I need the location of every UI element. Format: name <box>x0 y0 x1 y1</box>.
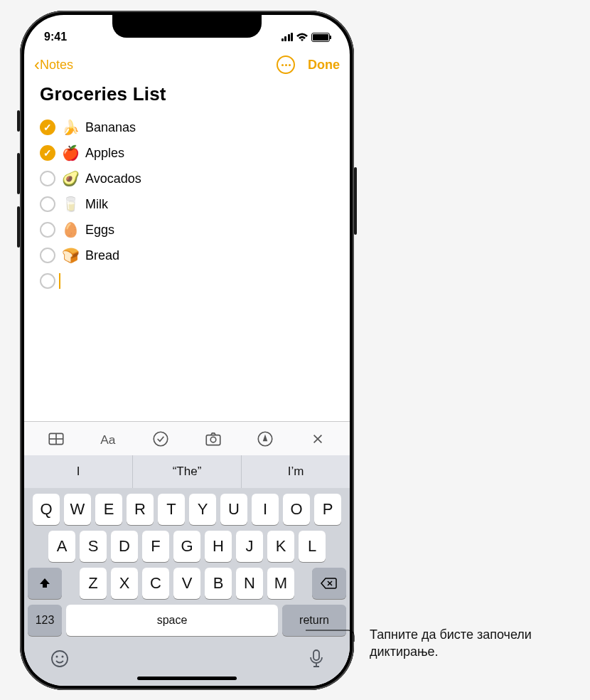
svg-text:Aa: Aa <box>101 432 117 446</box>
keyboard: I “The” I’m QWERTYUIOP ASDFGHJKL ZXCVBNM… <box>24 455 350 686</box>
list-item[interactable]: 🍎Apples <box>40 144 334 162</box>
key-s[interactable]: S <box>80 531 107 562</box>
suggestion-3[interactable]: I’m <box>242 455 350 488</box>
screen: 9:41 ‹ Notes Done Groceries List 🍌Banana… <box>24 15 350 686</box>
format-toolbar: Aa <box>24 421 350 455</box>
key-u[interactable]: U <box>220 494 247 525</box>
list-item[interactable]: 🥛Milk <box>40 195 334 213</box>
key-c[interactable]: C <box>142 568 169 599</box>
done-button[interactable]: Done <box>308 58 340 73</box>
volume-down-button <box>17 206 20 248</box>
table-tool[interactable] <box>45 428 67 450</box>
callout-text: Тапните да бисте започели диктирање. <box>370 626 569 661</box>
item-emoji: 🥛 <box>62 196 79 213</box>
checklist-circle[interactable] <box>40 248 55 263</box>
silence-switch <box>17 110 20 132</box>
back-label: Notes <box>40 58 73 73</box>
markup-tool[interactable] <box>254 428 276 450</box>
more-button[interactable] <box>277 55 295 74</box>
item-emoji: 🍞 <box>62 247 79 264</box>
key-l[interactable]: L <box>299 531 326 562</box>
status-time: 9:41 <box>44 31 67 43</box>
shift-key[interactable] <box>28 568 62 599</box>
svg-point-6 <box>210 437 216 442</box>
list-item[interactable]: 🍞Bread <box>40 246 334 265</box>
key-r[interactable]: R <box>127 494 154 525</box>
phone-frame: 9:41 ‹ Notes Done Groceries List 🍌Banana… <box>20 11 354 690</box>
key-j[interactable]: J <box>236 531 263 562</box>
item-emoji: 🥚 <box>62 221 79 238</box>
key-h[interactable]: H <box>205 531 232 562</box>
volume-up-button <box>17 153 20 194</box>
item-text: Bananas <box>85 120 136 135</box>
key-p[interactable]: P <box>314 494 341 525</box>
item-emoji: 🥑 <box>62 170 79 187</box>
key-d[interactable]: D <box>111 531 138 562</box>
suggestion-2[interactable]: “The” <box>133 455 242 488</box>
item-emoji: 🍎 <box>62 144 79 161</box>
key-b[interactable]: B <box>205 568 232 599</box>
suggestion-bar: I “The” I’m <box>24 455 350 488</box>
list-item[interactable]: 🥚Eggs <box>40 221 334 239</box>
numbers-key[interactable]: 123 <box>28 605 62 636</box>
key-x[interactable]: X <box>111 568 138 599</box>
item-text: Apples <box>85 146 124 161</box>
callout-leader-line <box>306 619 377 647</box>
emoji-key[interactable] <box>50 649 70 674</box>
item-text: Eggs <box>85 223 114 238</box>
checklist-circle[interactable] <box>40 171 55 186</box>
cellular-icon <box>281 33 294 41</box>
svg-point-13 <box>56 655 58 657</box>
chevron-left-icon: ‹ <box>34 55 40 75</box>
item-text: Avocados <box>85 171 141 186</box>
svg-rect-15 <box>313 650 319 660</box>
power-button <box>354 167 357 235</box>
camera-tool[interactable] <box>203 428 224 450</box>
text-format-tool[interactable]: Aa <box>97 428 119 450</box>
key-m[interactable]: M <box>267 568 294 599</box>
note-title[interactable]: Groceries List <box>40 83 334 105</box>
key-i[interactable]: I <box>252 494 279 525</box>
key-v[interactable]: V <box>173 568 200 599</box>
key-t[interactable]: T <box>158 494 185 525</box>
item-text: Bread <box>85 248 119 263</box>
list-item-empty[interactable] <box>40 272 334 290</box>
checklist-circle[interactable] <box>40 273 55 289</box>
space-key[interactable]: space <box>66 605 278 636</box>
checklist-circle[interactable] <box>40 196 55 212</box>
delete-key[interactable] <box>312 568 346 599</box>
checklist-circle[interactable] <box>40 120 55 135</box>
key-o[interactable]: O <box>283 494 310 525</box>
close-toolbar[interactable] <box>307 428 328 450</box>
list-item[interactable]: 🥑Avocados <box>40 169 334 188</box>
key-f[interactable]: F <box>142 531 169 562</box>
checklist-tool[interactable] <box>150 428 171 450</box>
key-n[interactable]: N <box>236 568 263 599</box>
svg-point-12 <box>52 651 68 667</box>
key-q[interactable]: Q <box>33 494 60 525</box>
key-g[interactable]: G <box>173 531 200 562</box>
dictation-key[interactable] <box>309 649 324 674</box>
item-emoji: 🍌 <box>62 119 79 136</box>
text-cursor <box>59 273 60 289</box>
wifi-icon <box>296 33 309 42</box>
checklist-circle[interactable] <box>40 145 55 161</box>
note-body[interactable]: Groceries List 🍌Bananas🍎Apples🥑Avocados🥛… <box>24 80 350 421</box>
checklist-circle[interactable] <box>40 222 55 238</box>
key-a[interactable]: A <box>48 531 75 562</box>
svg-point-4 <box>154 432 168 446</box>
suggestion-1[interactable]: I <box>24 455 133 488</box>
list-item[interactable]: 🍌Bananas <box>40 118 334 137</box>
key-w[interactable]: W <box>64 494 91 525</box>
svg-point-14 <box>62 655 64 657</box>
key-k[interactable]: K <box>267 531 294 562</box>
key-z[interactable]: Z <box>80 568 107 599</box>
nav-bar: ‹ Notes Done <box>24 49 350 80</box>
home-indicator[interactable] <box>137 677 237 680</box>
key-e[interactable]: E <box>95 494 122 525</box>
back-button[interactable]: ‹ Notes <box>34 55 73 75</box>
key-y[interactable]: Y <box>189 494 216 525</box>
notch <box>112 15 262 38</box>
item-text: Milk <box>85 197 108 212</box>
battery-icon <box>311 33 330 42</box>
